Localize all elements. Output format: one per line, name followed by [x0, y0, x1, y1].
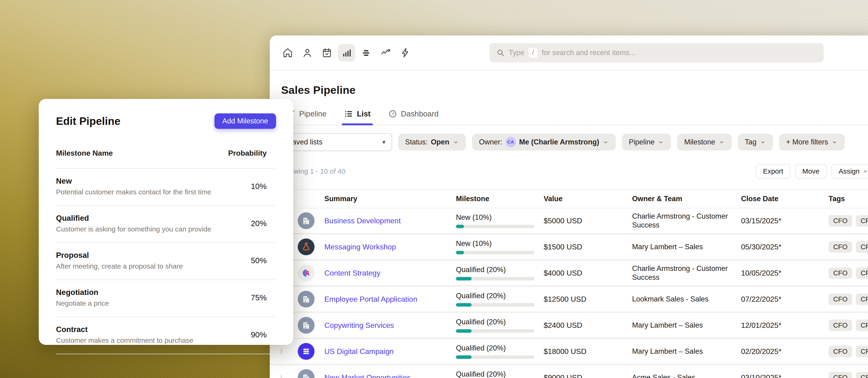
table-row[interactable]: Business Development New (10%) $5000 USD…: [270, 208, 868, 234]
table-row[interactable]: Content Strategy Qualified (20%) $4000 U…: [270, 261, 868, 287]
table-row[interactable]: New Market Opportunities Qualified (20%)…: [270, 365, 868, 378]
user-icon[interactable]: [299, 44, 316, 61]
tag-badge[interactable]: CFO: [856, 293, 868, 305]
lightning-icon[interactable]: [397, 44, 414, 61]
app-window: Type / for search and recent items... Sa…: [270, 35, 868, 378]
milestone-name: Qualified: [56, 214, 211, 223]
stripes-logo-icon: [298, 343, 314, 360]
deal-link[interactable]: Messaging Workshop: [324, 243, 456, 251]
milestone-row[interactable]: New Potential customer makes contact for…: [56, 169, 276, 206]
more-filters-chip[interactable]: + More filters: [779, 134, 845, 151]
activity-icon[interactable]: [377, 44, 394, 61]
modal-title: Edit Pipeline: [56, 115, 120, 127]
milestone-probability: 75%: [251, 293, 276, 302]
deal-link[interactable]: New Market Opportunities: [324, 373, 456, 378]
deal-value: $1500 USD: [544, 243, 632, 251]
flask-icon: [298, 239, 314, 255]
export-button[interactable]: Export: [756, 164, 790, 179]
owner-filter-chip[interactable]: Owner: CA Me (Charlie Armstrong): [472, 134, 616, 151]
deal-link[interactable]: Copywriting Services: [324, 321, 456, 330]
deals-table: Summary Milestone Value Owner & Team Clo…: [270, 189, 868, 378]
tab-dashboard[interactable]: Dashboard: [388, 109, 438, 125]
search-placeholder: for search and recent items...: [542, 49, 636, 57]
chevron-down-icon: [602, 139, 609, 145]
search-icon: [497, 49, 504, 57]
deal-value: $5000 USD: [544, 217, 632, 225]
milestone-name: Contract: [56, 325, 193, 334]
deal-owner: Lookmark Sales - Sales: [632, 295, 741, 304]
deal-link[interactable]: Content Strategy: [324, 269, 456, 277]
deal-link[interactable]: Business Development: [324, 217, 456, 225]
table-row[interactable]: Messaging Workshop New (10%) $1500 USD M…: [270, 234, 868, 261]
col-tags[interactable]: Tags: [829, 195, 868, 203]
deal-link[interactable]: US Digital Campaign: [324, 347, 456, 356]
milestone-row[interactable]: Negotiation Negotiate a price 75%: [56, 280, 276, 317]
tag-badge[interactable]: CFO: [829, 215, 852, 227]
chevron-down-icon: [718, 139, 725, 145]
tab-list[interactable]: List: [344, 109, 371, 125]
milestone-row[interactable]: Qualified Customer is asking for somethi…: [56, 206, 276, 243]
building-icon: [298, 369, 314, 378]
tag-badge[interactable]: CFO: [829, 241, 852, 253]
move-button[interactable]: Move: [796, 164, 827, 179]
gauge-icon: [388, 109, 397, 118]
milestone-label: New (10%): [456, 240, 544, 248]
tag-badge[interactable]: CFO: [829, 320, 852, 331]
search-input[interactable]: Type / for search and recent items...: [490, 43, 824, 62]
calendar-check-icon[interactable]: [318, 44, 336, 61]
table-row[interactable]: Copywriting Services Qualified (20%) $24…: [270, 313, 868, 339]
col-close-date[interactable]: Close Date: [741, 195, 829, 203]
deal-owner: Mary Lambert – Sales: [632, 243, 741, 251]
home-icon[interactable]: [279, 44, 296, 61]
results-toolbar: Showing 1 - 10 of 40 Export Move Assign: [270, 164, 868, 179]
milestone-description: Customer is asking for something you can…: [56, 225, 211, 233]
deal-link[interactable]: Employee Portal Application: [324, 295, 456, 304]
row-checkbox[interactable]: [281, 349, 282, 354]
tag-badge[interactable]: CFO: [829, 267, 852, 279]
bar-chart-icon[interactable]: [338, 44, 355, 61]
tag-badge[interactable]: CFO: [829, 346, 852, 357]
status-filter-chip[interactable]: Status: Open: [398, 134, 466, 151]
tag-badge[interactable]: CFO: [856, 267, 868, 279]
edit-pipeline-modal: Edit Pipeline Add Milestone Milestone Na…: [39, 99, 293, 345]
deal-close-date: 02/20/2025*: [741, 347, 829, 356]
probability-header: Probability: [228, 149, 276, 157]
add-milestone-button[interactable]: Add Milestone: [214, 114, 276, 129]
deal-owner: Mary Lambert – Sales: [632, 321, 741, 330]
milestone-filter-chip[interactable]: Milestone: [677, 134, 732, 151]
table-row[interactable]: Employee Portal Application Qualified (2…: [270, 287, 868, 313]
deal-close-date: 07/22/2025*: [741, 295, 829, 304]
tag-badge[interactable]: CFO: [856, 241, 868, 253]
tag-badge[interactable]: CFO: [829, 293, 852, 305]
milestone-label: Qualified (20%): [456, 318, 544, 326]
modal-header: Edit Pipeline Add Milestone: [56, 99, 276, 129]
milestone-progress: [456, 355, 534, 359]
saved-lists-select[interactable]: Saved lists ▾: [281, 133, 392, 151]
milestone-row[interactable]: Contract Customer makes a commitment to …: [56, 317, 276, 354]
milestone-progress: [456, 303, 534, 307]
chevron-down-icon: [831, 139, 838, 145]
milestone-label: New (10%): [456, 213, 544, 222]
milestone-row[interactable]: Proposal After meeting, create a proposa…: [56, 243, 276, 280]
row-checkbox[interactable]: [281, 375, 282, 378]
search-type-label: Type: [509, 49, 524, 57]
building-icon: [298, 291, 314, 308]
milestone-name: New: [56, 177, 211, 186]
tag-badge[interactable]: CFO: [829, 372, 852, 378]
col-owner[interactable]: Owner & Team: [632, 195, 741, 203]
deal-value: $12500 USD: [544, 295, 632, 304]
deal-close-date: 03/10/2025*: [741, 373, 829, 378]
tag-filter-chip[interactable]: Tag: [738, 134, 773, 151]
tag-badge[interactable]: CFO: [856, 320, 868, 331]
col-value[interactable]: Value: [544, 195, 632, 203]
col-summary[interactable]: Summary: [324, 195, 456, 203]
table-row[interactable]: US Digital Campaign Qualified (20%) $180…: [270, 339, 868, 365]
tag-badge[interactable]: CFO: [856, 372, 868, 378]
rows-icon[interactable]: [358, 44, 375, 61]
tag-badge[interactable]: CFO: [856, 346, 868, 357]
assign-button[interactable]: Assign: [832, 164, 868, 179]
milestone-progress: [456, 277, 534, 280]
col-milestone[interactable]: Milestone: [456, 195, 544, 203]
tag-badge[interactable]: CFO: [856, 215, 868, 227]
pipeline-filter-chip[interactable]: Pipeline: [622, 134, 671, 151]
